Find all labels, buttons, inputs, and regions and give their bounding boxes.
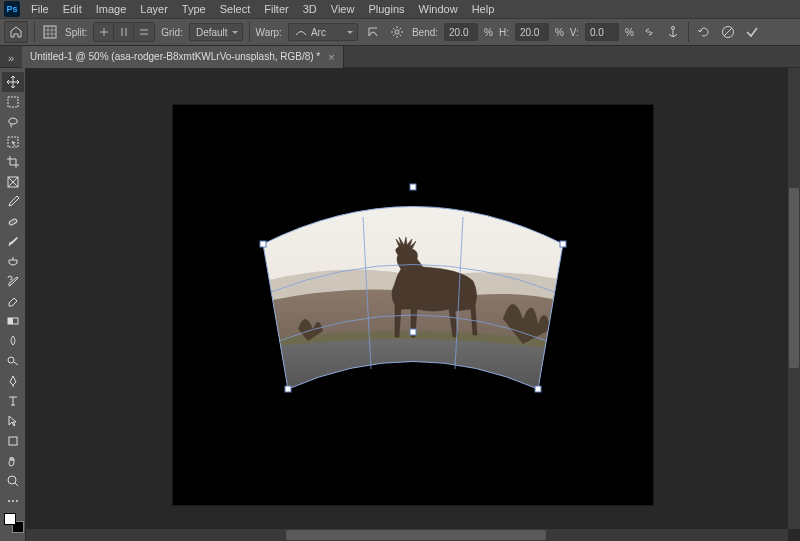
healing-tool[interactable]	[2, 212, 24, 232]
menu-3d[interactable]: 3D	[296, 1, 324, 17]
eraser-tool[interactable]	[2, 291, 24, 311]
commit-transform-button[interactable]	[743, 23, 761, 41]
clone-stamp-tool[interactable]	[2, 252, 24, 272]
toggle-mesh-icon[interactable]	[41, 23, 59, 41]
cancel-icon	[721, 25, 735, 39]
split-cross-button[interactable]	[94, 23, 114, 41]
svg-point-11	[10, 222, 11, 223]
svg-rect-28	[535, 386, 541, 392]
split-vertical-button[interactable]	[114, 23, 134, 41]
bend-label: Bend:	[412, 27, 438, 38]
brush-tool[interactable]	[2, 232, 24, 252]
shape-tool[interactable]	[2, 431, 24, 451]
menu-edit[interactable]: Edit	[56, 1, 89, 17]
menu-image[interactable]: Image	[89, 1, 134, 17]
svg-point-21	[8, 500, 10, 502]
vertical-scroll-thumb[interactable]	[789, 188, 799, 368]
canvas[interactable]	[173, 105, 653, 505]
split-horizontal-button[interactable]	[134, 23, 154, 41]
type-tool[interactable]	[2, 391, 24, 411]
svg-line-17	[14, 362, 18, 365]
workspace	[26, 68, 800, 541]
cancel-transform-button[interactable]	[719, 23, 737, 41]
menu-type[interactable]: Type	[175, 1, 213, 17]
warp-value: Arc	[311, 27, 326, 38]
svg-point-23	[16, 500, 18, 502]
path-select-tool[interactable]	[2, 411, 24, 431]
history-brush-tool[interactable]	[2, 272, 24, 292]
horizontal-scroll-thumb[interactable]	[286, 530, 546, 540]
toolbox	[0, 68, 26, 541]
warp-label: Warp:	[256, 27, 282, 38]
gradient-tool[interactable]	[2, 311, 24, 331]
crop-tool[interactable]	[2, 152, 24, 172]
document-tab-bar: » Untitled-1 @ 50% (asa-rodger-B8xmtKWLr…	[0, 46, 800, 68]
svg-point-19	[8, 476, 16, 484]
hand-tool[interactable]	[2, 451, 24, 471]
menu-select[interactable]: Select	[213, 1, 258, 17]
h-label: H:	[499, 27, 509, 38]
grid-value: Default	[196, 27, 228, 38]
gear-icon[interactable]	[388, 23, 406, 41]
separator	[249, 22, 250, 42]
marquee-tool[interactable]	[2, 92, 24, 112]
pen-tool[interactable]	[2, 371, 24, 391]
svg-point-12	[12, 221, 13, 222]
svg-line-4	[724, 28, 732, 36]
svg-line-20	[15, 483, 18, 486]
svg-point-2	[671, 27, 674, 30]
horizontal-scrollbar[interactable]	[26, 529, 788, 541]
menu-plugins[interactable]: Plugins	[361, 1, 411, 17]
frame-tool[interactable]	[2, 172, 24, 192]
warp-dropdown[interactable]: Arc	[288, 23, 358, 41]
app-logo: Ps	[4, 1, 20, 17]
svg-rect-18	[9, 437, 17, 445]
anchor-icon[interactable]	[664, 23, 682, 41]
warp-orientation-button[interactable]	[364, 23, 382, 41]
grid-dropdown[interactable]: Default	[189, 23, 243, 41]
edit-toolbar-button[interactable]	[2, 491, 24, 511]
move-tool[interactable]	[2, 72, 24, 92]
svg-point-16	[8, 357, 14, 363]
lasso-tool[interactable]	[2, 112, 24, 132]
menu-filter[interactable]: Filter	[257, 1, 295, 17]
svg-point-1	[395, 30, 399, 34]
svg-point-22	[12, 500, 14, 502]
h-input[interactable]: 20.0	[515, 23, 549, 41]
v-input[interactable]: 0.0	[585, 23, 619, 41]
home-button[interactable]	[4, 21, 28, 43]
zoom-tool[interactable]	[2, 471, 24, 491]
warped-image[interactable]	[223, 169, 603, 409]
blur-tool[interactable]	[2, 331, 24, 351]
v-unit: %	[625, 27, 634, 38]
menu-bar: Ps File Edit Image Layer Type Select Fil…	[0, 0, 800, 18]
link-icon[interactable]	[640, 23, 658, 41]
vertical-scrollbar[interactable]	[788, 68, 800, 529]
dodge-tool[interactable]	[2, 351, 24, 371]
menu-help[interactable]: Help	[465, 1, 502, 17]
home-icon	[10, 26, 22, 38]
close-tab-button[interactable]: ×	[328, 51, 334, 63]
separator	[688, 22, 689, 42]
bend-input[interactable]: 20.0	[444, 23, 478, 41]
reset-icon[interactable]	[695, 23, 713, 41]
menu-layer[interactable]: Layer	[133, 1, 175, 17]
tab-chevron-icon[interactable]: »	[8, 52, 18, 62]
svg-rect-25	[260, 241, 266, 247]
arc-icon	[295, 27, 307, 37]
split-label: Split:	[65, 27, 87, 38]
eyedropper-tool[interactable]	[2, 192, 24, 212]
menu-view[interactable]: View	[324, 1, 362, 17]
h-unit: %	[555, 27, 564, 38]
options-bar: Split: Grid: Default Warp: Arc Bend: 20.…	[0, 18, 800, 46]
menu-file[interactable]: File	[24, 1, 56, 17]
grid-label: Grid:	[161, 27, 183, 38]
bend-unit: %	[484, 27, 493, 38]
split-buttons	[93, 22, 155, 42]
object-select-tool[interactable]	[2, 132, 24, 152]
warp-bounding-box[interactable]	[223, 169, 603, 409]
document-tab[interactable]: Untitled-1 @ 50% (asa-rodger-B8xmtKWLrVo…	[22, 46, 344, 68]
color-swatches[interactable]	[2, 511, 24, 533]
foreground-swatch[interactable]	[4, 513, 16, 525]
menu-window[interactable]: Window	[412, 1, 465, 17]
